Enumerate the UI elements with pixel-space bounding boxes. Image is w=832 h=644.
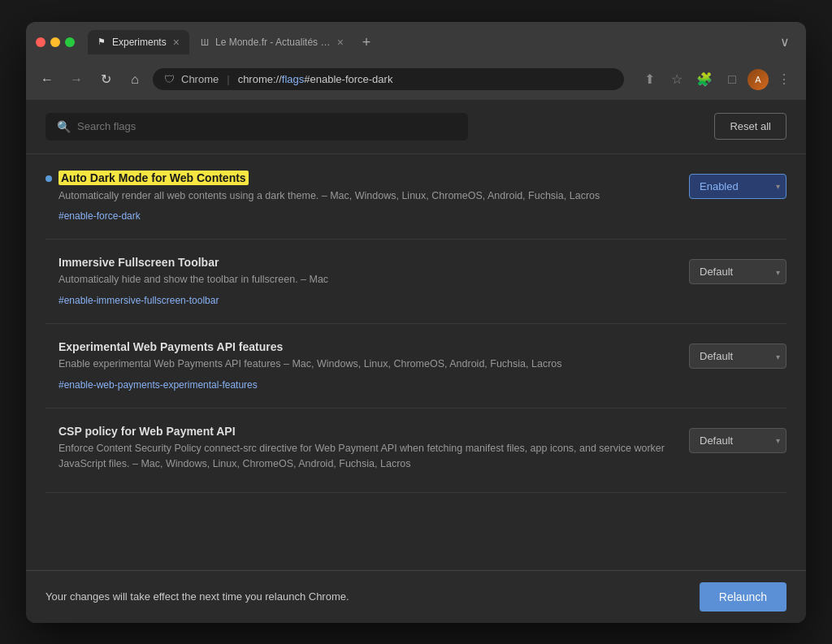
bookmark-button[interactable]: ☆ (665, 67, 689, 92)
back-button[interactable]: ← (36, 68, 58, 91)
relaunch-button[interactable]: Relaunch (700, 582, 786, 612)
title-bar-top: ⚑ Experiments × Ш Le Monde.fr - Actualit… (36, 30, 796, 54)
url-flags: flags (282, 73, 304, 85)
flag-item-auto-dark: Auto Dark Mode for Web Contents Automati… (46, 154, 786, 240)
flag-desc-1: Automatically render all web contents us… (46, 188, 676, 204)
flag-control-2: Default Enabled Disabled ▾ (689, 259, 786, 284)
select-wrapper-3[interactable]: Default Enabled Disabled ▾ (689, 344, 786, 369)
flag-item-left-2: Immersive Fullscreen Toolbar Automatical… (46, 256, 676, 307)
menu-button[interactable]: ⋮ (772, 67, 796, 92)
tab-menu-button[interactable]: ∨ (774, 31, 796, 53)
title-bar: ⚑ Experiments × Ш Le Monde.fr - Actualit… (26, 22, 806, 61)
flag-control-3: Default Enabled Disabled ▾ (689, 344, 786, 369)
search-icon: 🔍 (57, 120, 71, 133)
flag-select-1[interactable]: Default Enabled Disabled (689, 174, 786, 199)
flag-link-1[interactable]: #enable-force-dark (46, 210, 141, 222)
forward-button[interactable]: → (65, 68, 88, 91)
select-wrapper-2[interactable]: Default Enabled Disabled ▾ (689, 259, 786, 284)
profile-avatar[interactable]: A (748, 69, 769, 90)
flag-control-1: Default Enabled Disabled ▾ (689, 174, 786, 199)
tab-experiments[interactable]: ⚑ Experiments × (88, 30, 189, 54)
extensions-button[interactable]: 🧩 (692, 67, 717, 92)
maximize-button[interactable] (65, 37, 75, 47)
reset-all-button[interactable]: Reset all (714, 113, 786, 140)
flag-title-row-2: Immersive Fullscreen Toolbar (46, 256, 676, 269)
search-input[interactable] (77, 120, 457, 132)
search-box[interactable]: 🔍 (46, 113, 468, 140)
select-wrapper-1[interactable]: Default Enabled Disabled ▾ (689, 174, 786, 199)
tab-icon-lemonde: Ш (201, 37, 209, 47)
flag-desc-3: Enable experimental Web Payments API fea… (46, 357, 676, 372)
flag-title-row-3: Experimental Web Payments API features (46, 340, 676, 353)
flag-link-3[interactable]: #enable-web-payments-experimental-featur… (46, 379, 258, 391)
traffic-lights (36, 37, 75, 47)
minimize-button[interactable] (50, 37, 60, 47)
page-content: 🔍 Reset all Auto Dark Mode for Web Conte… (26, 100, 806, 570)
flag-item-left-1: Auto Dark Mode for Web Contents Automati… (46, 171, 676, 223)
flag-item-left-4: CSP policy for Web Payment API Enforce C… (46, 425, 676, 477)
home-button[interactable]: ⌂ (124, 68, 146, 91)
url-bar[interactable]: 🛡 Chrome | chrome://flags#enable-force-d… (153, 68, 624, 90)
flag-item-immersive: Immersive Fullscreen Toolbar Automatical… (46, 240, 786, 324)
flag-title-3: Experimental Web Payments API features (46, 340, 283, 353)
share-button[interactable]: ⬆ (637, 67, 661, 92)
flag-item-csp: CSP policy for Web Payment API Enforce C… (46, 408, 786, 494)
flag-select-4[interactable]: Default Enabled Disabled (689, 428, 786, 453)
flag-item-left-3: Experimental Web Payments API features E… (46, 340, 676, 391)
cast-button[interactable]: □ (720, 67, 744, 92)
address-bar: ← → ↻ ⌂ 🛡 Chrome | chrome://flags#enable… (26, 61, 806, 100)
url-separator: | (227, 73, 229, 85)
flag-desc-2: Automatically hide and show the toolbar … (46, 272, 676, 287)
new-tab-button[interactable]: + (355, 32, 378, 54)
url-security-icon: 🛡 (164, 73, 175, 85)
browser-window: ⚑ Experiments × Ш Le Monde.fr - Actualit… (26, 22, 806, 623)
flag-title-row-4: CSP policy for Web Payment API (46, 425, 676, 438)
flags-header: 🔍 Reset all (26, 100, 806, 154)
tab-icon-experiments: ⚑ (98, 37, 106, 47)
tab-title-lemonde: Le Monde.fr - Actualités et Info... (215, 37, 331, 48)
tab-lemonde[interactable]: Ш Le Monde.fr - Actualités et Info... × (191, 30, 353, 54)
tab-title-experiments: Experiments (112, 37, 167, 48)
bottom-bar: Your changes will take effect the next t… (26, 570, 806, 623)
url-anchor: #enable-force-dark (304, 73, 392, 85)
flag-indicator-1 (46, 175, 52, 182)
flag-desc-4: Enforce Content Security Policy connect-… (46, 441, 676, 472)
url-path: chrome://flags#enable-force-dark (238, 73, 393, 85)
flag-title-2: Immersive Fullscreen Toolbar (46, 256, 219, 269)
tab-close-lemonde[interactable]: × (337, 37, 344, 48)
tabs-row: ⚑ Experiments × Ш Le Monde.fr - Actualit… (88, 30, 796, 54)
flag-select-2[interactable]: Default Enabled Disabled (689, 259, 786, 284)
flag-link-2[interactable]: #enable-immersive-fullscreen-toolbar (46, 295, 219, 306)
flag-title-4: CSP policy for Web Payment API (46, 425, 236, 438)
flag-title-1: Auto Dark Mode for Web Contents (58, 171, 249, 185)
bottom-message: Your changes will take effect the next t… (46, 590, 349, 603)
tab-close-experiments[interactable]: × (173, 37, 180, 48)
url-site: Chrome (181, 73, 219, 85)
toolbar-right: ⬆ ☆ 🧩 □ A ⋮ (637, 67, 796, 92)
flag-select-3[interactable]: Default Enabled Disabled (689, 344, 786, 369)
flag-control-4: Default Enabled Disabled ▾ (689, 428, 786, 453)
url-protocol: chrome:// (238, 73, 282, 85)
select-wrapper-4[interactable]: Default Enabled Disabled ▾ (689, 428, 786, 453)
reload-button[interactable]: ↻ (94, 68, 117, 91)
flag-title-row-1: Auto Dark Mode for Web Contents (46, 171, 676, 185)
close-button[interactable] (36, 37, 46, 47)
flag-item-web-payments: Experimental Web Payments API features E… (46, 324, 786, 408)
flags-list: Auto Dark Mode for Web Contents Automati… (26, 154, 806, 570)
